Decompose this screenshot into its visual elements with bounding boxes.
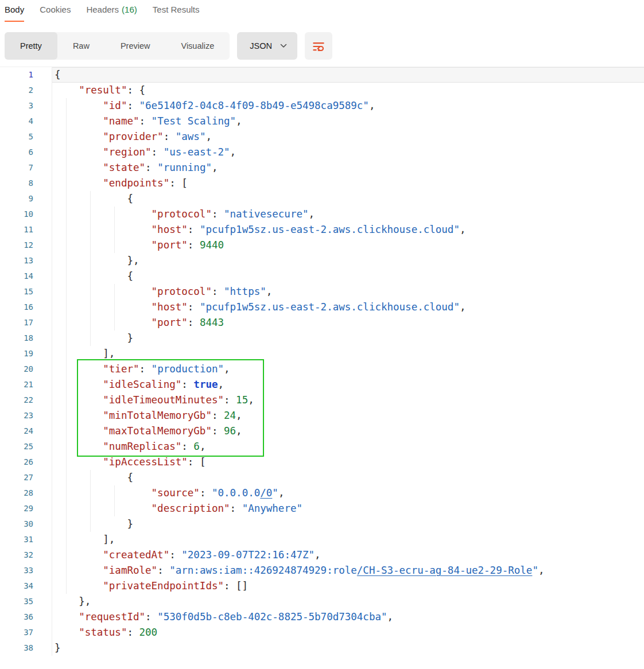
- indent-guide: [114, 485, 115, 501]
- line-number: 26: [0, 454, 52, 470]
- line-number: 11: [0, 222, 52, 238]
- line-number: 22: [0, 392, 52, 408]
- line-number: 35: [0, 594, 52, 609]
- code-line[interactable]: 18 }: [0, 330, 644, 346]
- indent-guide: [66, 346, 67, 361]
- code-line-content: },: [52, 594, 644, 609]
- code-line[interactable]: 25 "numReplicas": 6,: [0, 439, 644, 454]
- indent-guide: [90, 485, 91, 501]
- code-line[interactable]: 10 "protocol": "nativesecure",: [0, 207, 644, 222]
- code-line-content: "description": "Anywhere": [52, 501, 644, 516]
- indent-guide: [66, 300, 67, 315]
- code-text: "createdAt": "2023-09-07T22:16:47Z",: [55, 549, 321, 561]
- line-number: 34: [0, 578, 52, 594]
- code-line[interactable]: 27 {: [0, 470, 644, 485]
- code-line[interactable]: 12 "port": 9440: [0, 238, 644, 253]
- indent-guide: [66, 501, 67, 516]
- indent-guide: [114, 501, 115, 516]
- response-body-editor[interactable]: 1{2 "result": {3 "id": "6e5140f2-04c8-4f…: [0, 67, 644, 656]
- code-line-content: "tier": "production",: [52, 361, 644, 377]
- code-line[interactable]: 4 "name": "Test Scaling",: [0, 114, 644, 129]
- code-line-content: {: [52, 470, 644, 485]
- code-line[interactable]: 1{: [0, 67, 644, 83]
- view-mode-visualize[interactable]: Visualize: [165, 32, 230, 60]
- code-line[interactable]: 33 "iamRole": "arn:aws:iam::426924874929…: [0, 563, 644, 578]
- code-line[interactable]: 29 "description": "Anywhere": [0, 501, 644, 516]
- indent-guide: [114, 238, 115, 253]
- code-line[interactable]: 26 "ipAccessList": [: [0, 454, 644, 470]
- tab-body[interactable]: Body: [5, 5, 24, 22]
- code-line-content: "host": "pcufp1w5sz.us-east-2.aws.clickh…: [52, 222, 644, 238]
- indent-guide: [66, 269, 67, 284]
- indent-guide: [66, 361, 67, 377]
- code-line[interactable]: 23 "minTotalMemoryGb": 24,: [0, 408, 644, 423]
- indent-guide: [114, 222, 115, 238]
- code-text: "endpoints": [: [55, 177, 188, 189]
- code-line[interactable]: 28 "source": "0.0.0.0/0",: [0, 485, 644, 501]
- code-line[interactable]: 24 "maxTotalMemoryGb": 96,: [0, 423, 644, 439]
- code-line[interactable]: 38}: [0, 640, 644, 656]
- indent-guide: [66, 330, 67, 346]
- code-line[interactable]: 37 "status": 200: [0, 625, 644, 640]
- line-number: 12: [0, 238, 52, 253]
- code-line[interactable]: 7 "state": "running",: [0, 160, 644, 176]
- code-line[interactable]: 6 "region": "us-east-2",: [0, 145, 644, 160]
- tab-count-badge: (16): [122, 5, 137, 14]
- code-line[interactable]: 32 "createdAt": "2023-09-07T22:16:47Z",: [0, 547, 644, 563]
- code-line[interactable]: 35 },: [0, 594, 644, 609]
- code-line-content: "region": "us-east-2",: [52, 145, 644, 160]
- indent-guide: [66, 454, 67, 470]
- line-number: 25: [0, 439, 52, 454]
- code-line[interactable]: 9 {: [0, 191, 644, 207]
- code-text: "privateEndpointIds": []: [55, 580, 248, 592]
- indent-guide: [66, 129, 67, 145]
- code-text: "numReplicas": 6,: [55, 441, 205, 452]
- code-text: }: [55, 642, 61, 654]
- code-text: ],: [55, 348, 115, 359]
- line-number: 21: [0, 377, 52, 392]
- indent-guide: [66, 439, 67, 454]
- code-line[interactable]: 20 "tier": "production",: [0, 361, 644, 377]
- line-number: 2: [0, 83, 52, 98]
- indent-guide: [66, 532, 67, 547]
- tab-label: Test Results: [153, 5, 200, 14]
- code-line[interactable]: 14 {: [0, 269, 644, 284]
- code-line[interactable]: 3 "id": "6e5140f2-04c8-4f09-8b49-e5498ca…: [0, 98, 644, 114]
- code-line[interactable]: 16 "host": "pcufp1w5sz.us-east-2.aws.cli…: [0, 300, 644, 315]
- code-line-content: "status": 200: [52, 625, 644, 640]
- indent-guide: [114, 300, 115, 315]
- indent-guide: [114, 284, 115, 300]
- language-dropdown[interactable]: JSON: [237, 32, 297, 60]
- code-line[interactable]: 36 "requestId": "530f0d5b-c8eb-402c-8825…: [0, 609, 644, 625]
- tab-test-results[interactable]: Test Results: [153, 5, 200, 22]
- indent-guide: [66, 516, 67, 532]
- code-text: {: [55, 69, 61, 80]
- code-line[interactable]: 8 "endpoints": [: [0, 176, 644, 191]
- code-line[interactable]: 34 "privateEndpointIds": []: [0, 578, 644, 594]
- code-line[interactable]: 31 ],: [0, 532, 644, 547]
- code-text: },: [55, 255, 139, 266]
- code-text: "provider": "aws",: [55, 131, 212, 142]
- code-line[interactable]: 15 "protocol": "https",: [0, 284, 644, 300]
- code-line[interactable]: 17 "port": 8443: [0, 315, 644, 330]
- code-line-content: "state": "running",: [52, 160, 644, 176]
- tab-cookies[interactable]: Cookies: [40, 5, 71, 22]
- indent-guide: [90, 516, 91, 532]
- indent-guide: [66, 392, 67, 408]
- view-mode-pretty[interactable]: Pretty: [5, 32, 57, 60]
- code-line-content: "requestId": "530f0d5b-c8eb-402c-8825-5b…: [52, 609, 644, 625]
- wrap-lines-button[interactable]: [305, 32, 332, 60]
- code-line[interactable]: 22 "idleTimeoutMinutes": 15,: [0, 392, 644, 408]
- code-line[interactable]: 30 }: [0, 516, 644, 532]
- code-line[interactable]: 19 ],: [0, 346, 644, 361]
- view-mode-preview[interactable]: Preview: [105, 32, 166, 60]
- line-number: 36: [0, 609, 52, 625]
- tab-headers[interactable]: Headers(16): [86, 5, 137, 22]
- line-number: 16: [0, 300, 52, 315]
- code-line[interactable]: 11 "host": "pcufp1w5sz.us-east-2.aws.cli…: [0, 222, 644, 238]
- code-line[interactable]: 2 "result": {: [0, 83, 644, 98]
- code-line[interactable]: 5 "provider": "aws",: [0, 129, 644, 145]
- code-line[interactable]: 13 },: [0, 253, 644, 269]
- code-line[interactable]: 21 "idleScaling": true,: [0, 377, 644, 392]
- view-mode-raw[interactable]: Raw: [57, 32, 105, 60]
